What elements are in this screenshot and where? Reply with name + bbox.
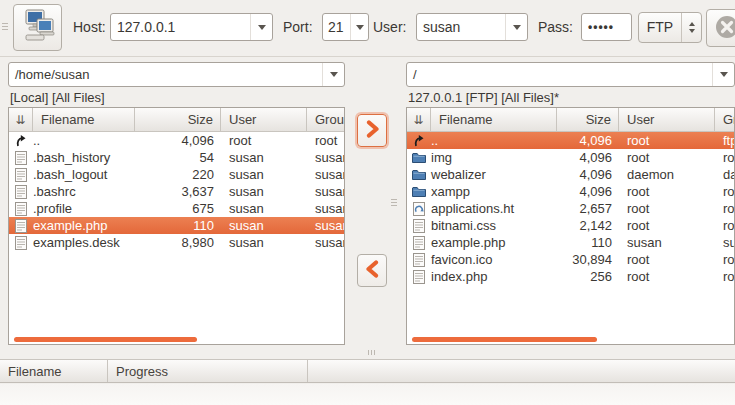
file-user: daemon (619, 166, 715, 183)
file-user: susan (221, 166, 307, 183)
file-size: 30,894 (557, 251, 619, 268)
left-path-dropdown-button[interactable] (322, 63, 344, 86)
right-status-label: 127.0.0.1 [FTP] [All Files]* (408, 89, 559, 106)
file-name: applications.ht (431, 200, 557, 217)
left-user-column-header[interactable]: User (221, 108, 307, 131)
protocol-spinner[interactable] (681, 13, 701, 42)
file-group: susan (307, 183, 345, 200)
file-row[interactable]: example.php110susansusan (9, 217, 344, 234)
file-row[interactable]: ..4,096rootftp (407, 132, 734, 149)
right-size-column-header[interactable]: Size (557, 108, 619, 131)
left-file-list: ..4,096rootroot.bash_history54susansusan… (9, 132, 344, 251)
file-group: daemon (715, 166, 735, 183)
file-row[interactable]: bitnami.css2,142rootroot (407, 217, 734, 234)
file-group: root (715, 251, 735, 268)
file-user: root (619, 149, 715, 166)
file-row[interactable]: favicon.ico30,894rootroot (407, 251, 734, 268)
parent-dir-icon (407, 132, 431, 149)
chevron-down-icon (356, 25, 364, 30)
file-row[interactable]: applications.ht2,657rootroot (407, 200, 734, 217)
transfer-to-remote-button[interactable] (357, 114, 387, 147)
file-user: root (619, 132, 715, 149)
right-horizontal-scrollbar[interactable] (412, 337, 597, 342)
queue-progress-column-header[interactable]: Progress (108, 360, 308, 382)
file-icon (9, 149, 33, 166)
toolbar-drag-handle[interactable] (2, 21, 8, 32)
left-group-column-header[interactable]: Group (307, 108, 345, 131)
file-name: index.php (431, 268, 557, 285)
file-row[interactable]: index.php256rootroot (407, 268, 734, 285)
left-sort-column-header[interactable]: ⇊ (9, 108, 33, 131)
file-row[interactable]: img4,096rootroot (407, 149, 734, 166)
file-user: root (619, 268, 715, 285)
transfer-to-local-button[interactable] (357, 254, 387, 287)
file-group: root (715, 268, 735, 285)
port-dropdown-button[interactable] (350, 14, 368, 40)
file-row[interactable]: xampp4,096rootroot (407, 183, 734, 200)
queue-splitter-handle[interactable] (368, 350, 375, 355)
left-path-input[interactable]: /home/susan (8, 62, 345, 87)
file-icon (9, 183, 33, 200)
file-group: susan (307, 200, 345, 217)
file-name: .. (33, 132, 135, 149)
left-horizontal-scrollbar[interactable] (14, 337, 197, 342)
file-icon (407, 234, 431, 251)
file-name: bitnami.css (431, 217, 557, 234)
file-group: root (715, 183, 735, 200)
connect-computers-icon (20, 9, 56, 46)
spinner-down-icon (689, 29, 695, 33)
user-dropdown-button[interactable] (505, 14, 527, 40)
file-user: susan (619, 234, 715, 251)
file-user: root (221, 132, 307, 149)
file-name: examples.desk (33, 234, 135, 251)
right-path-dropdown-button[interactable] (712, 63, 734, 86)
file-user: susan (221, 217, 307, 234)
file-row[interactable]: example.php110susansusan (407, 234, 734, 251)
file-user: root (619, 251, 715, 268)
pass-input[interactable]: ••••• (581, 13, 632, 41)
file-row[interactable]: .profile675susansusan (9, 200, 344, 217)
folder-icon (407, 149, 431, 166)
file-size: 54 (135, 149, 221, 166)
port-label: Port: (283, 13, 313, 41)
panel-splitter-handle[interactable] (391, 197, 397, 208)
transfer-queue-header: Filename Progress (0, 359, 735, 383)
pass-label: Pass: (538, 13, 573, 41)
file-row[interactable]: .bash_logout220susansusan (9, 166, 344, 183)
file-row[interactable]: webalizer4,096daemondaemon (407, 166, 734, 183)
right-list-header: ⇊ Filename Size User Group (407, 108, 734, 132)
right-file-list: ..4,096rootftpimg4,096rootrootwebalizer4… (407, 132, 734, 285)
chevron-down-icon (513, 25, 521, 30)
file-row[interactable]: .bash_history54susansusan (9, 149, 344, 166)
right-user-column-header[interactable]: User (619, 108, 715, 131)
user-input[interactable]: susan (416, 13, 528, 41)
file-row[interactable]: examples.desk8,980susansusan (9, 234, 344, 251)
file-size: 4,096 (557, 183, 619, 200)
spinner-up-icon (689, 22, 695, 26)
right-path-input[interactable]: / (406, 62, 735, 87)
host-input[interactable]: 127.0.0.1 (110, 13, 273, 41)
left-size-column-header[interactable]: Size (135, 108, 221, 131)
right-filename-column-header[interactable]: Filename (431, 108, 557, 131)
right-sort-column-header[interactable]: ⇊ (407, 108, 431, 131)
queue-filename-column-header[interactable]: Filename (0, 360, 108, 382)
connect-button[interactable] (13, 4, 62, 51)
file-name: .bash_logout (33, 166, 135, 183)
file-group: susan (715, 234, 735, 251)
file-name: .bash_history (33, 149, 135, 166)
protocol-selector[interactable]: FTP (638, 12, 702, 43)
file-user: susan (221, 183, 307, 200)
port-input[interactable]: 21 (322, 13, 369, 41)
left-filename-column-header[interactable]: Filename (33, 108, 135, 131)
file-row[interactable]: ..4,096rootroot (9, 132, 344, 149)
protocol-value: FTP (639, 13, 681, 42)
host-label: Host: (73, 13, 106, 41)
file-group: susan (307, 166, 345, 183)
file-row[interactable]: .bashrc3,637susansusan (9, 183, 344, 200)
folder-icon (407, 183, 431, 200)
right-group-column-header[interactable]: Group (715, 108, 735, 131)
file-group: root (715, 200, 735, 217)
file-name: .. (431, 132, 557, 149)
host-dropdown-button[interactable] (250, 14, 272, 40)
disconnect-button[interactable] (706, 9, 735, 47)
